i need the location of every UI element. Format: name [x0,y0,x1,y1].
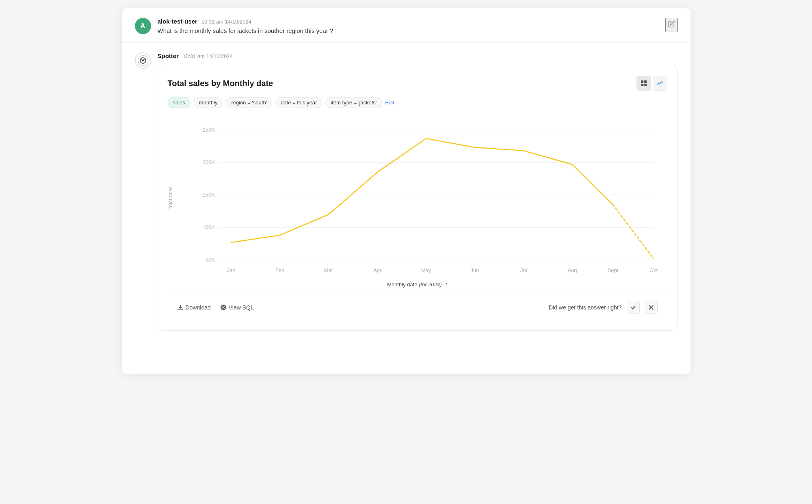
card-footer: Download View SQL [168,294,667,320]
svg-text:150K: 150K [202,192,215,198]
feedback-no-button[interactable] [645,301,658,314]
view-toggle [637,76,667,91]
svg-text:100K: 100K [202,224,215,230]
svg-text:200K: 200K [202,159,215,165]
svg-rect-4 [644,80,647,83]
svg-text:Jun: Jun [470,267,479,273]
spotter-header: Spotter 10:31 am 14/10/2024 [158,52,678,59]
user-avatar: A [135,18,151,34]
svg-text:May: May [421,267,431,273]
main-container: A alok-test-user 10:31 am 14/10/2024 Wha… [122,8,691,374]
svg-text:Oct: Oct [649,267,658,273]
svg-rect-5 [641,84,643,86]
y-axis-label: Total sales [168,186,173,210]
footer-left: Download View SQL [178,304,254,311]
chart-card: Total sales by Monthly date [158,66,678,331]
feedback-yes-button[interactable] [627,301,640,314]
edit-button[interactable] [665,18,678,32]
tag-item-type[interactable]: item type = 'jackets' [325,97,382,108]
svg-rect-6 [644,84,647,86]
sort-icon: ↑ [445,281,448,288]
tag-sales[interactable]: sales [168,97,191,108]
svg-text:Mar: Mar [324,267,333,273]
svg-text:Jan: Jan [227,267,235,273]
spotter-section: Spotter 10:31 am 14/10/2024 Total sales … [122,43,691,331]
svg-text:50K: 50K [205,257,214,263]
svg-rect-3 [641,80,643,83]
chart-view-button[interactable] [653,76,667,91]
chart-svg-container: 50K 100K 150K 200K 250K Jan Feb Mar Apr … [177,118,667,278]
svg-point-29 [222,307,224,309]
svg-text:250K: 250K [202,127,215,133]
chart-svg: 50K 100K 150K 200K 250K Jan Feb Mar Apr … [177,118,667,276]
svg-text:Sept: Sept [607,267,618,273]
x-axis-label: Monthly date (for 2024) ↑ [168,281,667,288]
svg-line-27 [613,205,654,259]
svg-point-2 [142,60,143,61]
chart-card-header: Total sales by Monthly date [168,76,667,91]
user-name: alok-test-user [158,18,197,25]
download-label: Download [186,304,211,311]
y-axis-label-container: Total sales [168,118,173,278]
svg-text:Aug: Aug [567,267,577,273]
chart-title: Total sales by Monthly date [168,79,273,88]
footer-right: Did we get this answer right? [549,301,658,314]
user-timestamp: 10:31 am 14/10/2024 [201,19,251,25]
view-sql-button[interactable]: View SQL [221,304,254,311]
filter-tags: sales monthly region = 'south' date = th… [168,97,667,108]
view-sql-label: View SQL [229,304,254,311]
tag-region[interactable]: region = 'south' [226,97,272,108]
feedback-question: Did we get this answer right? [549,304,622,311]
user-message: A alok-test-user 10:31 am 14/10/2024 Wha… [122,8,691,43]
chart-wrapper: Total sales [168,118,667,278]
spotter-name: Spotter [158,52,179,59]
tag-date[interactable]: date = this year [275,97,322,108]
user-header: alok-test-user 10:31 am 14/10/2024 [158,18,659,25]
user-question: What is the monthly sales for jackets in… [158,27,659,34]
spotter-timestamp: 10:31 am 14/10/2024 [183,53,233,59]
spotter-content: Spotter 10:31 am 14/10/2024 Total sales … [158,52,678,331]
user-content: alok-test-user 10:31 am 14/10/2024 What … [158,18,659,34]
edit-filters-button[interactable]: Edit [385,100,394,106]
svg-text:Apr: Apr [373,267,381,273]
download-button[interactable]: Download [178,304,211,311]
spotter-avatar [135,52,151,69]
svg-text:Jul: Jul [520,267,527,273]
svg-text:Feb: Feb [275,267,284,273]
tag-monthly[interactable]: monthly [194,97,223,108]
table-view-button[interactable] [637,76,651,91]
